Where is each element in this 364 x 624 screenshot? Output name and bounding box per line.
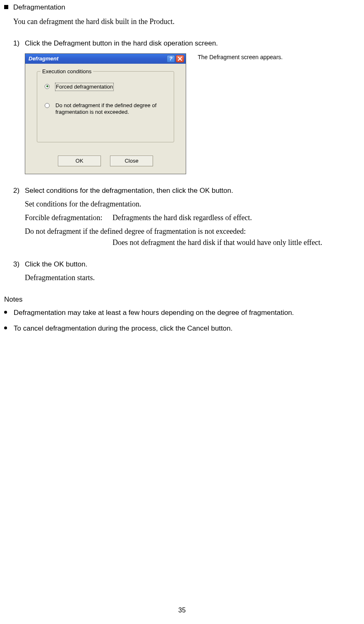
dialog-title: Defragment	[29, 55, 167, 62]
dialog-titlebar: Defragment ?	[25, 54, 186, 64]
radio-forced-label: Forced defragmentation	[55, 83, 113, 91]
note-text-2: To cancel defragmentation during the pro…	[14, 324, 232, 334]
note-item-1: Defragmentation may take at least a few …	[4, 308, 360, 318]
step2-dnd-label: Do not defragment if the defined degree …	[25, 226, 360, 237]
radio-degree-label: Do not defragment if the defined degree …	[55, 102, 169, 116]
step2-set: Set conditions for the defragmentation.	[25, 199, 360, 209]
dialog-body: Execution conditions Forced defragmentat…	[25, 64, 186, 174]
note-text-1: Defragmentation may take at least a few …	[14, 308, 294, 318]
help-icon[interactable]: ?	[167, 55, 175, 62]
square-bullet-icon	[4, 5, 8, 9]
page-number: 35	[0, 606, 364, 615]
group-legend: Execution conditions	[41, 68, 93, 75]
step-text-3: Click the OK button.	[25, 259, 87, 269]
radio-icon	[45, 103, 50, 108]
step-text-2: Select conditions for the defragmentatio…	[25, 186, 233, 196]
forcible-desc: Defragments the hard disk regardless of …	[113, 213, 252, 223]
step3-sub: Defragmentation starts.	[25, 273, 360, 283]
execution-conditions-group: Execution conditions Forced defragmentat…	[37, 71, 174, 142]
dot-bullet-icon	[4, 326, 7, 329]
radio-degree[interactable]: Do not defragment if the defined degree …	[45, 102, 169, 116]
step-num-3: 3)	[13, 259, 25, 269]
section-intro: You can defragment the hard disk built i…	[13, 17, 360, 27]
step2-forcible: Forcible defragmentation: Defragments th…	[25, 213, 360, 223]
note-item-2: To cancel defragmentation during the pro…	[4, 324, 360, 334]
step-3: 3) Click the OK button.	[13, 259, 360, 269]
defragment-dialog: Defragment ? Execution conditions Forced…	[25, 53, 186, 174]
step-2: 2) Select conditions for the defragmenta…	[13, 186, 360, 196]
section-title: Defragmentation	[13, 2, 65, 12]
step-1-caption: The Defragment screen appears.	[198, 53, 283, 174]
step-num-2: 2)	[13, 186, 25, 196]
step-num-1: 1)	[13, 38, 25, 48]
step-text-1: Click the Defragment button in the hard …	[25, 38, 218, 48]
notes-title: Notes	[4, 295, 360, 305]
forcible-label: Forcible defragmentation:	[25, 213, 113, 223]
step2-dnd-desc: Does not defragment the hard disk if tha…	[113, 238, 360, 248]
close-icon[interactable]	[176, 55, 184, 62]
dot-bullet-icon	[4, 311, 7, 314]
step-1: 1) Click the Defragment button in the ha…	[13, 38, 360, 48]
radio-icon	[45, 84, 50, 89]
close-button[interactable]: Close	[110, 156, 153, 166]
section-bullet: Defragmentation	[4, 2, 360, 12]
radio-forced[interactable]: Forced defragmentation	[45, 83, 169, 91]
ok-button[interactable]: OK	[58, 156, 101, 166]
